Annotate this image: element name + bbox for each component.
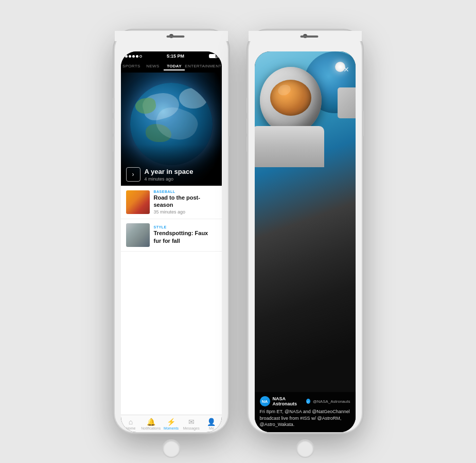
screen-tweet-detail: ✕ NA NASA Astronauts ✓ @NASA_Astronauts … bbox=[255, 51, 356, 432]
news-time-baseball: 35 minutes ago bbox=[154, 209, 217, 215]
tab-today[interactable]: TODAY bbox=[164, 63, 185, 70]
messages-icon: ✉ bbox=[188, 418, 195, 425]
battery-fill bbox=[209, 55, 215, 58]
news-thumb-style bbox=[126, 223, 150, 247]
nav-messages-label: Messages bbox=[183, 426, 200, 430]
tweet-user-row: NA NASA Astronauts ✓ @NASA_Astronauts bbox=[260, 396, 350, 406]
hero-overlay: › A year in space 4 minutes ago bbox=[121, 145, 222, 186]
tweet-avatar: NA bbox=[260, 396, 270, 406]
hero-title: A year in space bbox=[145, 168, 193, 176]
news-thumb-baseball bbox=[126, 190, 150, 214]
hero-arrow-button[interactable]: › bbox=[126, 167, 140, 182]
signal-dot-1 bbox=[125, 55, 128, 58]
status-time: 5:15 PM bbox=[167, 54, 184, 59]
tweet-handle: @NASA_Astronauts bbox=[313, 399, 350, 404]
notifications-icon: 🔔 bbox=[147, 418, 155, 425]
hero-image: › A year in space 4 minutes ago bbox=[121, 73, 222, 186]
signal-dot-5 bbox=[139, 55, 142, 58]
earth-cloud bbox=[179, 88, 207, 109]
signal-dots bbox=[125, 55, 142, 58]
nav-messages[interactable]: ✉ Messages bbox=[181, 418, 201, 430]
nav-moments[interactable]: ⚡ Moments bbox=[161, 418, 181, 430]
phone-1: 5:15 PM SPORTS NEWS TODAY ENTERTAINMENT bbox=[115, 31, 228, 432]
phone-top-1 bbox=[115, 31, 228, 41]
news-item-baseball[interactable]: BASEBALL Road to the post-season 35 minu… bbox=[121, 186, 222, 219]
tweet-overlay: NA NASA Astronauts ✓ @NASA_Astronauts Fr… bbox=[255, 392, 356, 432]
speaker-1 bbox=[166, 35, 184, 38]
suit-pack bbox=[338, 87, 356, 118]
astronaut-helmet bbox=[260, 67, 322, 134]
tab-sports[interactable]: SPORTS bbox=[121, 63, 143, 70]
phone-screen-1: 5:15 PM SPORTS NEWS TODAY ENTERTAINMENT bbox=[121, 51, 222, 432]
tweet-text: Fri 8pm ET, @NASA and @NatGeoChannel bro… bbox=[260, 408, 350, 428]
close-button[interactable]: ✕ bbox=[341, 64, 351, 75]
earth-land-2 bbox=[146, 124, 171, 142]
home-button-1[interactable] bbox=[162, 439, 181, 458]
verified-badge: ✓ bbox=[306, 399, 310, 404]
profile-icon: 👤 bbox=[207, 418, 216, 425]
speaker-2 bbox=[300, 35, 318, 38]
news-category-style: STYLE bbox=[154, 225, 217, 229]
nav-notifications[interactable]: 🔔 Notifications bbox=[141, 418, 161, 430]
astronaut-illustration bbox=[255, 77, 356, 391]
tweet-user-name: NASA Astronauts bbox=[273, 396, 304, 406]
status-bar-1: 5:15 PM bbox=[121, 51, 222, 61]
nav-moments-label: Moments bbox=[164, 426, 179, 430]
style-thumbnail bbox=[126, 223, 150, 247]
helmet-visor bbox=[270, 80, 311, 116]
suit-body bbox=[255, 126, 324, 167]
news-category-baseball: BASEBALL bbox=[154, 190, 217, 193]
news-content-baseball: BASEBALL Road to the post-season 35 minu… bbox=[154, 190, 217, 215]
visor-scene bbox=[270, 80, 311, 116]
news-item-style[interactable]: STYLE Trendspotting: Faux fur for fall bbox=[121, 219, 222, 252]
tab-entertainment[interactable]: ENTERTAINMENT bbox=[185, 63, 221, 70]
news-list: BASEBALL Road to the post-season 35 minu… bbox=[121, 186, 222, 415]
moments-icon: ⚡ bbox=[167, 418, 175, 425]
bottom-navigation: ⌂ Home 🔔 Notifications ⚡ Moments ✉ Messa… bbox=[121, 415, 222, 432]
news-title-baseball: Road to the post-season bbox=[154, 194, 217, 209]
phone-screen-2: ✕ NA NASA Astronauts ✓ @NASA_Astronauts … bbox=[255, 51, 356, 432]
tab-news[interactable]: NEWS bbox=[142, 63, 164, 70]
nav-me-label: Me bbox=[209, 426, 214, 430]
signal-dot-3 bbox=[132, 55, 135, 58]
nav-notifications-label: Notifications bbox=[141, 426, 161, 430]
battery-icon bbox=[209, 54, 217, 58]
status-right bbox=[209, 54, 217, 58]
hero-time: 4 minutes ago bbox=[145, 176, 193, 182]
earth-land-1 bbox=[134, 97, 157, 115]
signal-dot-4 bbox=[136, 55, 138, 58]
nav-me[interactable]: 👤 Me bbox=[201, 418, 221, 430]
nav-home[interactable]: ⌂ Home bbox=[121, 418, 141, 430]
home-icon: ⌂ bbox=[129, 418, 133, 425]
signal-dot-2 bbox=[129, 55, 131, 58]
hero-text-block: A year in space 4 minutes ago bbox=[145, 168, 193, 182]
category-tabs: SPORTS NEWS TODAY ENTERTAINMENT bbox=[121, 61, 222, 73]
nav-home-label: Home bbox=[126, 426, 136, 430]
phone-top-2 bbox=[249, 31, 362, 41]
screen-moments: 5:15 PM SPORTS NEWS TODAY ENTERTAINMENT bbox=[121, 51, 222, 432]
home-button-2[interactable] bbox=[296, 439, 314, 458]
phone-2: ✕ NA NASA Astronauts ✓ @NASA_Astronauts … bbox=[249, 31, 362, 432]
baseball-thumbnail bbox=[126, 190, 150, 214]
news-content-style: STYLE Trendspotting: Faux fur for fall bbox=[154, 225, 217, 244]
news-title-style: Trendspotting: Faux fur for fall bbox=[154, 229, 217, 244]
